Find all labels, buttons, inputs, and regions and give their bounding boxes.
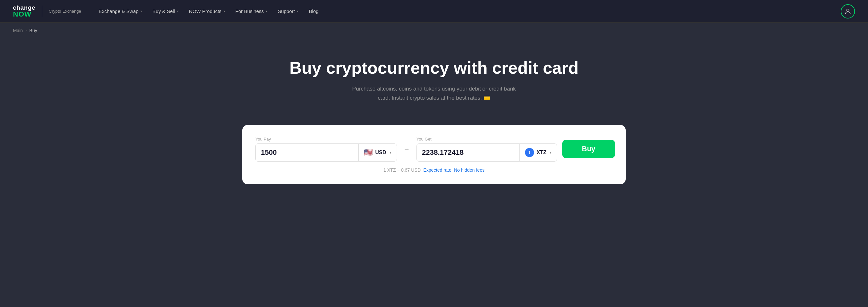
nav-for-business-label: For Business	[236, 8, 264, 14]
nav-blog[interactable]: Blog	[304, 6, 323, 16]
pay-currency-chevron-icon: ▾	[390, 150, 392, 155]
nav-now-products-label: NOW Products	[189, 8, 221, 14]
you-pay-input-row: 🇺🇸 USD ▾	[255, 143, 397, 162]
nav-for-business[interactable]: For Business ▾	[231, 6, 272, 16]
get-currency-chevron-icon: ▾	[550, 150, 552, 155]
logo-change-text: change	[13, 5, 35, 11]
nav-buy-sell[interactable]: Buy & Sell ▾	[148, 6, 183, 16]
nav-blog-label: Blog	[309, 8, 319, 14]
main-nav: Exchange & Swap ▾ Buy & Sell ▾ NOW Produ…	[94, 6, 841, 16]
no-hidden-fees-link[interactable]: No hidden fees	[454, 167, 484, 173]
xtz-icon: t	[525, 148, 534, 157]
widget-row: You Pay 🇺🇸 USD ▾ → You Get	[255, 137, 613, 162]
usd-flag-icon: 🇺🇸	[364, 148, 373, 157]
nav-exchange-swap[interactable]: Exchange & Swap ▾	[94, 6, 147, 16]
nav-support[interactable]: Support ▾	[273, 6, 303, 16]
hero-subtitle: Purchase altcoins, coins and tokens usin…	[349, 84, 519, 102]
svg-point-0	[846, 9, 849, 11]
logo[interactable]: change NOW	[13, 5, 35, 18]
chevron-down-icon: ▾	[266, 9, 267, 13]
nav-buy-sell-label: Buy & Sell	[152, 8, 175, 14]
header: change NOW Crypto Exchange Exchange & Sw…	[0, 0, 868, 23]
header-right	[841, 4, 855, 19]
hero-section: Buy cryptocurrency with credit card Purc…	[0, 38, 868, 118]
hero-title: Buy cryptocurrency with credit card	[13, 58, 855, 78]
swap-arrow-icon: →	[402, 145, 411, 153]
logo-divider	[42, 5, 42, 17]
nav-exchange-swap-label: Exchange & Swap	[99, 8, 139, 14]
chevron-down-icon: ▾	[223, 9, 225, 13]
buy-widget: You Pay 🇺🇸 USD ▾ → You Get	[242, 125, 626, 184]
rate-text: 1 XTZ ~ 0.67 USD	[383, 167, 421, 173]
you-get-label: You Get	[416, 137, 557, 141]
nav-support-label: Support	[278, 8, 295, 14]
chevron-down-icon: ▾	[140, 9, 142, 13]
breadcrumb-separator: ›	[25, 28, 27, 33]
you-pay-label: You Pay	[255, 137, 397, 141]
get-currency-selector[interactable]: t XTZ ▾	[520, 144, 557, 161]
chevron-down-icon: ▾	[177, 9, 179, 13]
account-icon	[844, 8, 851, 15]
you-get-input[interactable]	[417, 148, 520, 157]
you-get-input-row: t XTZ ▾	[416, 143, 557, 162]
you-pay-group: You Pay 🇺🇸 USD ▾	[255, 137, 397, 162]
you-pay-input[interactable]	[256, 148, 358, 157]
you-get-group: You Get t XTZ ▾	[416, 137, 557, 162]
widget-container: You Pay 🇺🇸 USD ▾ → You Get	[0, 118, 868, 204]
breadcrumb: Main › Buy	[0, 23, 868, 38]
breadcrumb-main[interactable]: Main	[13, 28, 23, 33]
pay-currency-selector[interactable]: 🇺🇸 USD ▾	[358, 144, 397, 161]
nav-now-products[interactable]: NOW Products ▾	[185, 6, 230, 16]
account-button[interactable]	[841, 4, 855, 19]
expected-rate-link[interactable]: Expected rate	[423, 167, 451, 173]
logo-now-text: NOW	[13, 11, 35, 18]
logo-area: change NOW Crypto Exchange	[13, 5, 81, 18]
get-currency-code: XTZ	[537, 149, 547, 156]
chevron-down-icon: ▾	[297, 9, 299, 13]
logo-subtitle: Crypto Exchange	[49, 9, 81, 13]
breadcrumb-current: Buy	[29, 28, 37, 33]
buy-button[interactable]: Buy	[562, 140, 615, 158]
pay-currency-code: USD	[375, 149, 386, 156]
widget-footer: 1 XTZ ~ 0.67 USD Expected rate No hidden…	[255, 167, 613, 173]
